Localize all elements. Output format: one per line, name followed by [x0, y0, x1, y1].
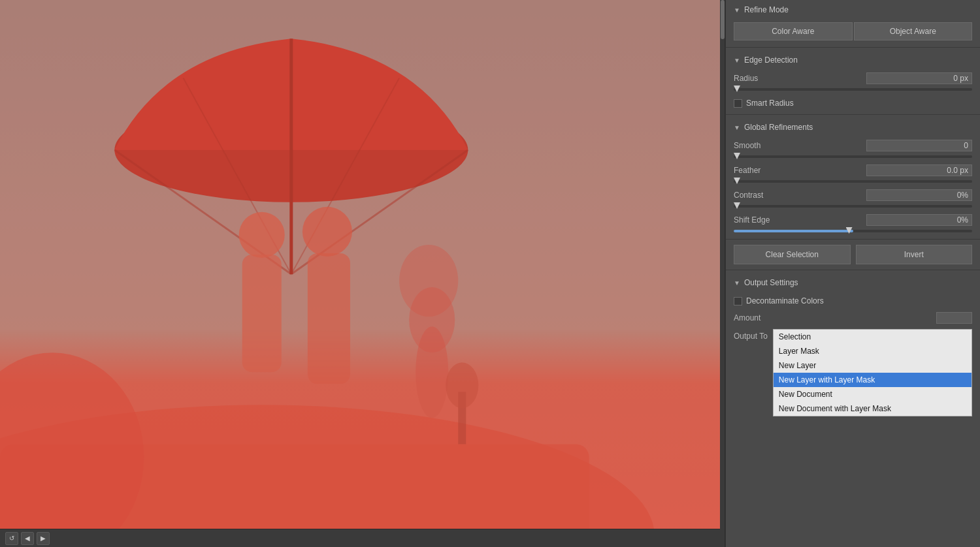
- feather-label: Feather: [734, 166, 760, 175]
- canvas-image: [0, 0, 720, 547]
- dropdown-item-new-document-with-mask[interactable]: New Document with Layer Mask: [774, 401, 972, 416]
- decontaminate-label: Decontaminate Colors: [746, 296, 824, 305]
- feather-label-row: Feather: [734, 164, 972, 176]
- color-aware-button[interactable]: Color Aware: [734, 22, 853, 40]
- smooth-label: Smooth: [734, 141, 760, 150]
- scroll-thumb[interactable]: [721, 0, 725, 39]
- refine-mode-buttons: Color Aware Object Aware: [734, 22, 972, 40]
- feather-slider-track: [734, 180, 972, 183]
- dropdown-item-layer-mask[interactable]: Layer Mask: [774, 344, 972, 358]
- output-settings-chevron: ▼: [734, 279, 740, 287]
- invert-button[interactable]: Invert: [856, 245, 973, 264]
- right-panel: ▼ Refine Mode Color Aware Object Aware ▼…: [725, 0, 980, 547]
- dropdown-item-new-layer[interactable]: New Layer: [774, 358, 972, 373]
- refine-mode-header[interactable]: ▼ Refine Mode: [726, 0, 980, 20]
- shift-edge-slider-fill: [734, 230, 853, 232]
- radius-row: Radius: [726, 70, 980, 95]
- smooth-label-row: Smooth: [734, 140, 972, 151]
- contrast-row: Contrast: [726, 187, 980, 211]
- radius-slider-thumb[interactable]: [734, 86, 740, 92]
- dropdown-item-new-document[interactable]: New Document: [774, 387, 972, 401]
- shift-edge-value[interactable]: [866, 214, 972, 226]
- contrast-slider-thumb[interactable]: [734, 202, 740, 209]
- divider-2: [726, 114, 980, 115]
- action-buttons: Clear Selection Invert: [734, 245, 972, 264]
- object-aware-button[interactable]: Object Aware: [854, 22, 973, 40]
- contrast-value[interactable]: [866, 189, 972, 201]
- radius-label-row: Radius: [734, 72, 972, 84]
- decontaminate-row: Decontaminate Colors: [726, 292, 980, 309]
- global-refinements-header[interactable]: ▼ Global Refinements: [726, 117, 980, 137]
- output-settings-header[interactable]: ▼ Output Settings: [726, 273, 980, 292]
- undo-button[interactable]: ↺: [5, 532, 18, 545]
- smart-radius-row: Smart Radius: [726, 95, 980, 112]
- clear-selection-button[interactable]: Clear Selection: [734, 245, 851, 264]
- contrast-label: Contrast: [734, 191, 763, 200]
- output-to-label: Output To: [734, 329, 768, 341]
- output-settings-title: Output Settings: [744, 278, 798, 287]
- dropdown-item-new-layer-with-mask[interactable]: New Layer with Layer Mask: [774, 373, 972, 387]
- edge-detection-chevron: ▼: [734, 57, 740, 64]
- canvas-area: ↺ ◀ ▶: [0, 0, 720, 547]
- prev-button[interactable]: ◀: [21, 532, 34, 545]
- divider-3: [726, 239, 980, 240]
- decontaminate-checkbox[interactable]: [734, 297, 742, 305]
- shift-edge-row: Shift Edge: [726, 211, 980, 236]
- refine-mode-title: Refine Mode: [744, 5, 789, 14]
- feather-slider-thumb[interactable]: [734, 178, 740, 184]
- global-refinements-title: Global Refinements: [744, 123, 813, 132]
- smooth-row: Smooth: [726, 137, 980, 162]
- divider-4: [726, 270, 980, 270]
- shift-edge-label: Shift Edge: [734, 215, 770, 225]
- bottom-toolbar: ↺ ◀ ▶: [0, 529, 720, 547]
- next-button[interactable]: ▶: [37, 532, 50, 545]
- global-refinements-chevron: ▼: [734, 124, 740, 131]
- smooth-slider-thumb[interactable]: [734, 153, 740, 159]
- shift-edge-slider-track: [734, 230, 972, 232]
- smooth-slider-track: [734, 155, 972, 158]
- edge-detection-title: Edge Detection: [744, 55, 798, 65]
- radius-label: Radius: [734, 74, 758, 83]
- radius-value[interactable]: [866, 72, 972, 84]
- selection-overlay: [0, 0, 720, 547]
- dropdown-item-selection[interactable]: Selection: [774, 330, 972, 344]
- feather-row: Feather: [726, 162, 980, 187]
- amount-value-box: [936, 312, 972, 324]
- shift-edge-label-row: Shift Edge: [734, 214, 972, 226]
- scroll-indicator: [720, 0, 725, 547]
- panel-content: ▼ Refine Mode Color Aware Object Aware ▼…: [726, 0, 980, 547]
- radius-slider-track: [734, 88, 972, 91]
- contrast-slider-track: [734, 205, 972, 208]
- output-to-row: Output To Selection Layer Mask New Layer…: [726, 326, 980, 343]
- amount-label: Amount: [734, 313, 760, 322]
- amount-row: Amount: [726, 309, 980, 326]
- divider-1: [726, 47, 980, 48]
- refine-mode-chevron: ▼: [734, 7, 740, 14]
- smooth-value[interactable]: [866, 140, 972, 151]
- output-dropdown-list: Selection Layer Mask New Layer New Layer…: [773, 329, 972, 416]
- smart-radius-label: Smart Radius: [746, 99, 794, 108]
- feather-value[interactable]: [866, 164, 972, 176]
- edge-detection-header[interactable]: ▼ Edge Detection: [726, 50, 980, 70]
- contrast-label-row: Contrast: [734, 189, 972, 201]
- smart-radius-checkbox[interactable]: [734, 99, 742, 108]
